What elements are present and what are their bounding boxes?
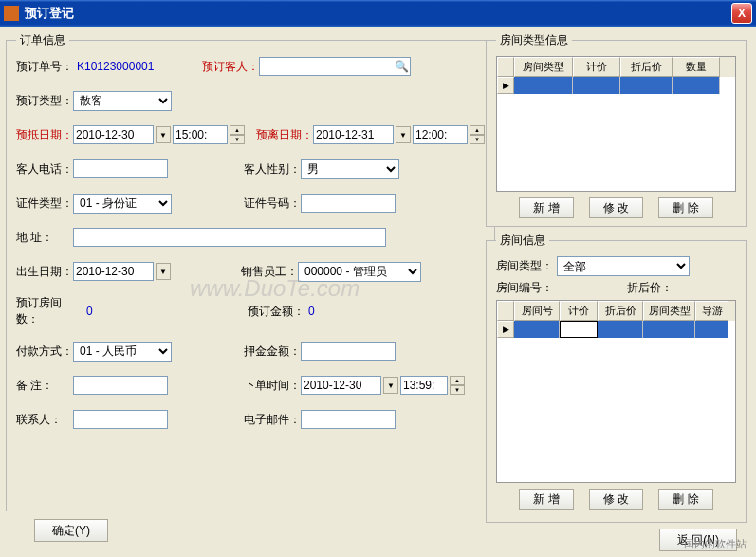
address-input[interactable] bbox=[73, 228, 386, 247]
order-time-date-input[interactable] bbox=[301, 376, 381, 395]
order-info-fieldset: 订单信息 预订单号： K10123000001 预订客人： 🔍 预订类型： 散客… bbox=[6, 32, 495, 511]
remark-label: 备 注： bbox=[16, 378, 73, 394]
guest-phone-input[interactable] bbox=[73, 159, 168, 178]
confirm-button[interactable]: 确定(Y) bbox=[34, 519, 108, 542]
row-marker-icon: ▶ bbox=[497, 77, 514, 94]
col-qty[interactable]: 数量 bbox=[673, 57, 720, 77]
guest-phone-label: 客人电话： bbox=[16, 161, 73, 177]
guest-gender-label: 客人性别： bbox=[244, 161, 301, 177]
discount-filter-label: 折后价： bbox=[627, 280, 673, 296]
titlebar: 预订登记 X bbox=[0, 0, 756, 27]
guest-search-wrap: 🔍 bbox=[259, 57, 411, 76]
id-number-input[interactable] bbox=[301, 194, 396, 213]
col-room-type2[interactable]: 房间类型 bbox=[643, 301, 695, 321]
order-time-label: 下单时间： bbox=[244, 378, 301, 394]
col-room-no[interactable]: 房间号 bbox=[514, 301, 560, 321]
room-grid: 房间号 计价 折后价 房间类型 导游 ▶ bbox=[496, 300, 736, 483]
booking-amount-label: 预订金额： bbox=[248, 304, 304, 320]
order-time-time-input[interactable] bbox=[400, 376, 448, 395]
room-count-label: 预订房间数： bbox=[16, 295, 83, 327]
room-type-grid: 房间类型 计价 折后价 数量 ▶ bbox=[496, 56, 736, 192]
room-type-filter-select[interactable]: 全部 bbox=[557, 256, 690, 276]
room-type-edit-button[interactable]: 修 改 bbox=[589, 197, 643, 218]
departure-date-label: 预离日期： bbox=[256, 127, 313, 143]
booking-type-label: 预订类型： bbox=[16, 93, 73, 109]
col-price2[interactable]: 计价 bbox=[560, 301, 598, 321]
address-label: 地 址： bbox=[16, 230, 73, 246]
room-add-button[interactable]: 新 增 bbox=[519, 489, 573, 510]
arrival-date-input[interactable] bbox=[73, 125, 154, 144]
search-icon[interactable]: 🔍 bbox=[393, 58, 410, 75]
spinner-up-icon[interactable]: ▲ bbox=[230, 125, 245, 135]
guest-label: 预订客人： bbox=[202, 59, 259, 75]
deposit-label: 押金金额： bbox=[244, 343, 301, 360]
spinner-down-icon[interactable]: ▼ bbox=[470, 135, 485, 144]
spinner-up-icon[interactable]: ▲ bbox=[470, 125, 485, 135]
id-type-label: 证件类型： bbox=[16, 195, 73, 212]
chevron-down-icon[interactable]: ▼ bbox=[156, 263, 171, 280]
room-info-legend: 房间信息 bbox=[496, 232, 549, 249]
table-row[interactable]: ▶ bbox=[497, 321, 735, 338]
spinner-down-icon[interactable]: ▼ bbox=[230, 135, 245, 144]
contact-label: 联系人： bbox=[16, 412, 73, 428]
room-delete-button[interactable]: 删 除 bbox=[658, 489, 712, 510]
chevron-down-icon[interactable]: ▼ bbox=[396, 126, 411, 143]
col-discount[interactable]: 折后价 bbox=[620, 57, 673, 77]
row-marker-icon: ▶ bbox=[497, 321, 514, 338]
deposit-input[interactable] bbox=[301, 342, 396, 361]
close-button[interactable]: X bbox=[731, 3, 752, 24]
sales-staff-select[interactable]: 000000 - 管理员 bbox=[298, 262, 421, 282]
payment-select[interactable]: 01 - 人民币 bbox=[73, 342, 172, 362]
app-icon bbox=[4, 6, 19, 21]
guest-gender-select[interactable]: 男 bbox=[301, 159, 399, 179]
col-price[interactable]: 计价 bbox=[573, 57, 620, 77]
contact-input[interactable] bbox=[73, 410, 168, 429]
col-discount2[interactable]: 折后价 bbox=[598, 301, 643, 321]
room-info-fieldset: 房间信息 房间类型： 全部 房间编号： 折后价： 房间号 计价 折后价 房间类型… bbox=[486, 232, 747, 523]
departure-date-input[interactable] bbox=[313, 125, 394, 144]
footer-watermark: 国内的软件站 bbox=[684, 537, 747, 551]
spinner-down-icon[interactable]: ▼ bbox=[450, 385, 465, 395]
room-type-legend: 房间类型信息 bbox=[496, 32, 572, 48]
order-no-label: 预订单号： bbox=[16, 59, 73, 75]
id-number-label: 证件号码： bbox=[244, 195, 301, 212]
grid-corner bbox=[497, 301, 514, 321]
col-guide[interactable]: 导游 bbox=[695, 301, 728, 321]
grid-corner bbox=[497, 57, 514, 77]
remark-input[interactable] bbox=[73, 376, 168, 395]
booking-amount-value: 0 bbox=[308, 305, 315, 318]
window-title: 预订登记 bbox=[25, 5, 731, 22]
id-type-select[interactable]: 01 - 身份证 bbox=[73, 194, 172, 214]
chevron-down-icon[interactable]: ▼ bbox=[383, 377, 398, 394]
birth-date-label: 出生日期： bbox=[16, 264, 73, 280]
arrival-date-label: 预抵日期： bbox=[16, 127, 73, 143]
payment-label: 付款方式： bbox=[16, 343, 73, 360]
room-edit-button[interactable]: 修 改 bbox=[589, 489, 643, 510]
col-room-type[interactable]: 房间类型 bbox=[514, 57, 573, 77]
table-row[interactable]: ▶ bbox=[497, 77, 735, 94]
booking-type-select[interactable]: 散客 bbox=[73, 91, 172, 111]
room-type-delete-button[interactable]: 删 除 bbox=[658, 197, 712, 218]
room-type-add-button[interactable]: 新 增 bbox=[519, 197, 573, 218]
arrival-time-input[interactable] bbox=[173, 125, 228, 144]
room-no-filter-label: 房间编号： bbox=[496, 280, 553, 296]
room-type-info-fieldset: 房间类型信息 房间类型 计价 折后价 数量 ▶ bbox=[486, 32, 747, 227]
departure-time-input[interactable] bbox=[413, 125, 468, 144]
room-type-filter-label: 房间类型： bbox=[496, 258, 553, 274]
email-label: 电子邮件： bbox=[244, 412, 301, 428]
spinner-up-icon[interactable]: ▲ bbox=[450, 376, 465, 385]
order-info-legend: 订单信息 bbox=[16, 32, 69, 48]
birth-date-input[interactable] bbox=[73, 262, 154, 281]
order-no-value: K10123000001 bbox=[77, 60, 191, 73]
sales-staff-label: 销售员工： bbox=[241, 264, 298, 280]
room-count-value: 0 bbox=[86, 305, 191, 318]
email-input[interactable] bbox=[301, 410, 396, 429]
guest-input[interactable] bbox=[260, 58, 393, 75]
chevron-down-icon[interactable]: ▼ bbox=[156, 126, 171, 143]
